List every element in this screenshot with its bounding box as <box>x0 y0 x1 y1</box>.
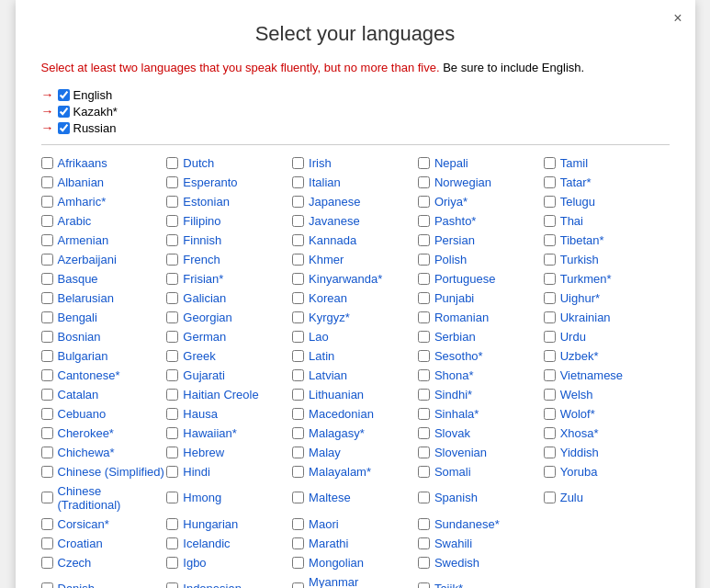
lang-label[interactable]: Sindhi* <box>434 388 472 401</box>
lang-label[interactable]: Bosnian <box>58 330 101 344</box>
lang-label[interactable]: Arabic <box>58 214 92 228</box>
lang-checkbox[interactable] <box>41 492 53 503</box>
lang-checkbox[interactable] <box>41 350 53 362</box>
lang-checkbox[interactable] <box>292 157 304 169</box>
lang-label[interactable]: Hebrew <box>183 446 224 459</box>
lang-checkbox[interactable] <box>166 157 178 169</box>
lang-label[interactable]: Georgian <box>183 311 231 324</box>
lang-checkbox[interactable] <box>418 447 430 458</box>
lang-label[interactable]: Punjabi <box>434 291 474 305</box>
lang-checkbox[interactable] <box>418 408 430 420</box>
lang-label[interactable]: Turkish <box>560 253 599 266</box>
lang-label[interactable]: Portuguese <box>434 272 496 286</box>
lang-checkbox[interactable] <box>166 537 178 549</box>
lang-checkbox[interactable] <box>292 350 304 362</box>
lang-checkbox[interactable] <box>41 311 53 323</box>
lang-checkbox[interactable] <box>166 369 178 381</box>
lang-checkbox[interactable] <box>292 331 304 343</box>
lang-label[interactable]: Zulu <box>560 491 583 504</box>
lang-checkbox[interactable] <box>41 557 53 569</box>
lang-label[interactable]: Danish <box>58 582 95 588</box>
lang-checkbox[interactable] <box>544 447 556 458</box>
lang-label[interactable]: Pashto* <box>434 214 477 228</box>
lang-label[interactable]: Esperanto <box>183 175 237 189</box>
lang-label[interactable]: Catalan <box>58 388 99 401</box>
lang-checkbox[interactable] <box>41 273 53 285</box>
lang-checkbox[interactable] <box>292 427 304 439</box>
lang-checkbox[interactable] <box>544 254 556 266</box>
lang-label[interactable]: Chinese (Traditional) <box>58 484 167 512</box>
lang-label[interactable]: Khmer <box>309 253 344 266</box>
lang-label[interactable]: Filipino <box>183 214 220 228</box>
lang-label[interactable]: Greek <box>183 349 215 363</box>
lang-label[interactable]: Spanish <box>434 491 478 504</box>
lang-label[interactable]: Bengali <box>58 311 97 324</box>
lang-label[interactable]: Indonesian <box>183 582 242 588</box>
lang-checkbox[interactable] <box>292 369 304 381</box>
lang-checkbox[interactable] <box>418 311 430 323</box>
lang-checkbox[interactable] <box>166 350 178 362</box>
lang-checkbox[interactable] <box>418 557 430 569</box>
lang-checkbox[interactable] <box>418 466 430 478</box>
lang-label[interactable]: Norwegian <box>434 175 491 189</box>
lang-checkbox[interactable] <box>166 196 178 208</box>
lang-checkbox[interactable] <box>418 582 430 588</box>
lang-checkbox[interactable] <box>292 292 304 304</box>
lang-checkbox[interactable] <box>292 466 304 478</box>
lang-label[interactable]: Tamil <box>560 156 588 170</box>
lang-label[interactable]: Irish <box>309 156 332 170</box>
lang-label[interactable]: Malagasy* <box>309 426 365 440</box>
lang-label[interactable]: Croatian <box>58 537 103 550</box>
lang-checkbox[interactable] <box>166 557 178 569</box>
lang-checkbox[interactable] <box>292 176 304 188</box>
lang-checkbox[interactable] <box>544 492 556 503</box>
lang-label[interactable]: Galician <box>183 291 226 305</box>
lang-checkbox[interactable] <box>41 215 53 227</box>
lang-label[interactable]: Azerbaijani <box>58 253 117 266</box>
lang-checkbox[interactable] <box>41 447 53 458</box>
lang-checkbox[interactable] <box>41 537 53 549</box>
lang-label[interactable]: Korean <box>309 291 347 305</box>
lang-checkbox[interactable] <box>418 176 430 188</box>
lang-checkbox[interactable] <box>166 582 178 588</box>
lang-label[interactable]: Yoruba <box>560 465 598 479</box>
lang-checkbox[interactable] <box>544 273 556 285</box>
lang-label[interactable]: Hindi <box>183 465 210 479</box>
lang-label[interactable]: Cantonese* <box>58 368 120 382</box>
lang-checkbox[interactable] <box>418 234 430 246</box>
lang-checkbox[interactable] <box>292 311 304 323</box>
lang-label[interactable]: Hawaiian* <box>183 426 237 440</box>
lang-label[interactable]: Bulgarian <box>58 349 108 363</box>
lang-label[interactable]: Turkmen* <box>560 272 612 286</box>
lang-label[interactable]: Malayalam* <box>309 465 371 479</box>
lang-label[interactable]: Slovenian <box>434 446 487 459</box>
lang-checkbox[interactable] <box>544 427 556 439</box>
lang-label[interactable]: Chichewa* <box>58 446 115 459</box>
selected-lang-checkbox[interactable] <box>58 106 70 118</box>
lang-checkbox[interactable] <box>292 408 304 420</box>
lang-checkbox[interactable] <box>418 427 430 439</box>
lang-checkbox[interactable] <box>292 582 304 588</box>
lang-label[interactable]: Armenian <box>58 233 109 247</box>
lang-checkbox[interactable] <box>418 273 430 285</box>
lang-label[interactable]: Romanian <box>434 311 489 324</box>
lang-checkbox[interactable] <box>544 215 556 227</box>
lang-label[interactable]: Frisian* <box>183 272 223 286</box>
lang-label[interactable]: Thai <box>560 214 583 228</box>
lang-checkbox[interactable] <box>166 427 178 439</box>
lang-checkbox[interactable] <box>418 215 430 227</box>
lang-checkbox[interactable] <box>544 389 556 401</box>
lang-checkbox[interactable] <box>292 389 304 401</box>
lang-checkbox[interactable] <box>166 234 178 246</box>
lang-checkbox[interactable] <box>292 273 304 285</box>
lang-label[interactable]: Persian <box>434 233 475 247</box>
lang-checkbox[interactable] <box>544 311 556 323</box>
close-button[interactable]: × <box>673 11 682 26</box>
lang-label[interactable]: Somali <box>434 465 471 479</box>
lang-checkbox[interactable] <box>166 215 178 227</box>
lang-label[interactable]: Swedish <box>434 556 479 570</box>
lang-label[interactable]: Icelandic <box>183 537 230 550</box>
lang-checkbox[interactable] <box>292 537 304 549</box>
lang-label[interactable]: Sinhala* <box>434 407 479 421</box>
lang-label[interactable]: Xhosa* <box>560 426 599 440</box>
